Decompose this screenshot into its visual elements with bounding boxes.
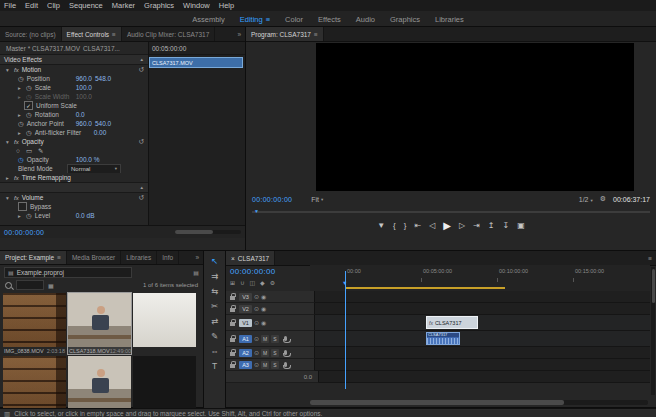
go-to-out-button[interactable]: ⇥ [473, 221, 480, 230]
property-row-position[interactable]: ◷ Position 960.0 548.0 [0, 74, 148, 83]
video-effects-header[interactable]: Video Effects ▲ [0, 54, 148, 65]
timeline-timecode[interactable]: 00:00:00:00 [226, 265, 310, 276]
ec-mini-ruler[interactable]: 00:05:00:00 [149, 42, 245, 55]
workspace-tab-graphics[interactable]: Graphics [390, 15, 420, 24]
property-row-anchor-point[interactable]: ◷ Anchor Point 960.0 540.0 [0, 119, 148, 128]
effect-row-opacity[interactable]: ▾ fx Opacity ↺ [0, 137, 148, 146]
scale-value[interactable]: 100.0 [76, 84, 92, 91]
position-x-value[interactable]: 960.0 [76, 75, 92, 82]
track-badge-v1[interactable]: V1 [239, 319, 252, 327]
property-row-opacity[interactable]: ◷ Opacity 100.0 % [0, 155, 148, 164]
solo-button[interactable]: S [271, 349, 279, 357]
anchor-y-value[interactable]: 540.0 [95, 120, 111, 127]
ec-clip-bar[interactable]: CLSA7317.MOV [149, 57, 243, 68]
property-row-rotation[interactable]: ▸ ◷ Rotation 0.0 [0, 110, 148, 119]
ec-playhead-timecode[interactable]: 00:00:00:00 [4, 229, 44, 236]
property-row-level[interactable]: ▸ ◷ Level 0.0 dB [0, 211, 148, 220]
master-level-value[interactable]: 0.0 [304, 374, 312, 380]
workspace-tab-audio[interactable]: Audio [356, 15, 375, 24]
track-visibility-icon[interactable]: ◉ [261, 293, 266, 300]
tab-libraries[interactable]: Libraries [121, 251, 157, 264]
go-to-in-button[interactable]: ⇤ [414, 221, 421, 230]
workspace-tab-libraries[interactable]: Libraries [435, 15, 464, 24]
property-row-anti-flicker[interactable]: ▸ ◷ Anti-flicker Filter 0.00 [0, 128, 148, 137]
collapse-icon[interactable]: ▲ [140, 57, 144, 62]
pen-mask-icon[interactable]: ✎ [38, 147, 43, 155]
mute-button[interactable]: M [261, 335, 269, 343]
rectangle-mask-icon[interactable]: ▭ [26, 147, 32, 155]
stopwatch-icon[interactable]: ◷ [18, 156, 24, 164]
snap-icon[interactable]: ∪ [240, 279, 244, 286]
project-item[interactable] [68, 356, 131, 409]
track-badge-a3[interactable]: A3 [239, 361, 252, 369]
track-lane-a2[interactable] [315, 347, 650, 359]
voiceover-mic-icon[interactable] [284, 350, 287, 355]
play-button[interactable]: ▶ [443, 220, 451, 231]
workspace-tab-editing[interactable]: Editing≡ [240, 15, 270, 24]
stopwatch-icon[interactable]: ◷ [18, 75, 24, 83]
opacity-value[interactable]: 100.0 % [76, 156, 100, 163]
step-forward-button[interactable]: ▷ [459, 221, 465, 230]
hand-tool[interactable]: ⇔ [204, 343, 225, 358]
master-track-lane[interactable] [319, 371, 650, 383]
project-item[interactable] [133, 356, 196, 409]
filmstrip-icon[interactable]: ▤ [193, 269, 199, 276]
panel-overflow-icon[interactable]: » [233, 27, 245, 41]
panel-menu-icon[interactable]: ≡ [112, 31, 116, 38]
anchor-x-value[interactable]: 960.0 [76, 120, 92, 127]
menu-edit[interactable]: Edit [25, 1, 38, 10]
project-item-selected[interactable]: CLSA7318.MOV 12:49:00 [68, 293, 131, 354]
type-tool[interactable]: T [204, 358, 225, 373]
blend-mode-select[interactable]: Normal ▾ [67, 164, 121, 173]
audio-effects-header[interactable]: ▲ [0, 182, 148, 193]
stopwatch-icon[interactable]: ◷ [18, 120, 24, 128]
workspace-menu-icon[interactable]: ≡ [266, 15, 270, 24]
menu-sequence[interactable]: Sequence [69, 1, 103, 10]
add-marker-button[interactable]: ▼ [377, 221, 385, 230]
workspace-tab-assembly[interactable]: Assembly [192, 15, 225, 24]
tab-project[interactable]: Project: Example ≡ [0, 251, 67, 264]
stopwatch-icon[interactable]: ◷ [26, 212, 32, 220]
ec-master-row[interactable]: Master * CLSA7317.MOV CLSA7317... [0, 42, 148, 54]
export-frame-button[interactable]: ▣ [517, 221, 525, 230]
playback-resolution-select[interactable]: 1/2 ▾ [579, 196, 593, 203]
track-lane-a1[interactable]: CLSA7317 [315, 331, 650, 347]
search-input[interactable] [16, 280, 44, 290]
clip-thumbnail[interactable] [133, 356, 196, 409]
project-item[interactable] [133, 293, 196, 354]
twirl-icon[interactable]: ▸ [18, 85, 23, 91]
track-lane-v1[interactable]: fx CLSA7317 [315, 315, 650, 331]
razor-tool[interactable]: ✂ [204, 298, 225, 313]
track-lane-v2[interactable] [315, 303, 650, 315]
bypass-checkbox[interactable]: ✓ [18, 202, 27, 211]
menu-file[interactable]: File [4, 1, 16, 10]
track-badge-v3[interactable]: V3 [239, 293, 252, 301]
selection-tool[interactable]: ↖ [204, 253, 225, 268]
sync-lock-icon[interactable]: ⊙ [254, 361, 259, 368]
solo-button[interactable]: S [271, 335, 279, 343]
sync-lock-icon[interactable]: ⊙ [254, 349, 259, 356]
twirl-icon[interactable]: ▾ [6, 67, 11, 73]
clip-thumbnail[interactable] [133, 293, 196, 347]
program-scrub-bar[interactable]: ▼ [252, 209, 650, 215]
add-marker-icon[interactable]: ◆ [260, 279, 265, 286]
slip-tool[interactable]: ⇄ [204, 313, 225, 328]
tab-effect-controls[interactable]: Effect Controls≡ [62, 27, 122, 41]
twirl-icon[interactable]: ▾ [6, 139, 11, 145]
program-timecode[interactable]: 00:00:00:00 [252, 196, 292, 203]
stopwatch-icon[interactable]: ◷ [26, 84, 32, 92]
clip-thumbnail[interactable] [3, 293, 66, 347]
twirl-icon[interactable]: ▸ [18, 130, 23, 136]
twirl-icon[interactable]: ▸ [6, 175, 11, 181]
menu-clip[interactable]: Clip [47, 1, 60, 10]
video-clip[interactable]: fx CLSA7317 [426, 316, 478, 329]
mark-out-button[interactable]: } [404, 221, 407, 230]
sync-lock-icon[interactable]: ⊙ [254, 305, 259, 312]
voiceover-mic-icon[interactable] [284, 362, 287, 367]
menu-window[interactable]: Window [183, 1, 210, 10]
bin-path-field[interactable]: ▤ Example.proproj [4, 267, 132, 278]
track-badge-a1[interactable]: A1 [239, 335, 252, 343]
playhead-caret-icon[interactable]: ▼ [254, 208, 259, 214]
panel-overflow-icon[interactable]: » [191, 251, 203, 264]
effect-row-volume[interactable]: ▾ fx Volume ↺ [0, 193, 148, 202]
